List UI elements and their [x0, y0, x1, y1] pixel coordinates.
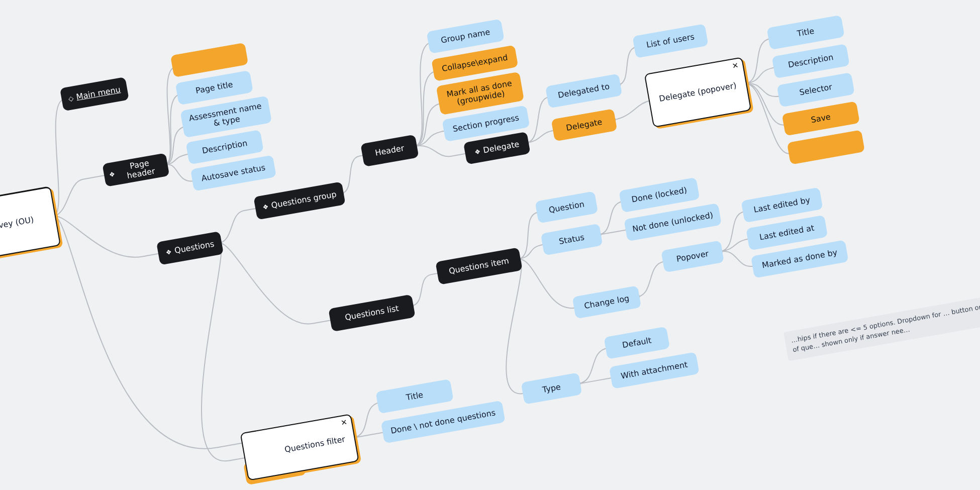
node-label: Default — [622, 336, 652, 350]
node-dp-selector[interactable]: Selector — [777, 72, 855, 107]
diamond-icon: ◇ — [68, 94, 74, 102]
node-label: List of users — [646, 32, 696, 50]
node-label: Section progress — [452, 113, 520, 134]
diamond-grid-icon: ❖ — [474, 148, 481, 155]
node-label: Questions item — [448, 256, 510, 276]
node-label: Page title — [195, 80, 234, 95]
node-label: Popover — [676, 249, 710, 264]
node-page-header[interactable]: ❖ Page header — [102, 153, 169, 187]
node-list-of-users[interactable]: List of users — [632, 24, 708, 58]
node-label: Header — [374, 144, 405, 158]
node-survey-root[interactable]: ❖ Survey (OU) — [0, 186, 61, 263]
node-label: Save — [810, 112, 831, 125]
diamond-grid-icon: ❖ — [109, 170, 116, 178]
node-label: Assessment name & type — [186, 101, 266, 133]
node-label: Not done (unlocked) — [632, 211, 714, 234]
node-dp-title[interactable]: Title — [766, 15, 844, 50]
node-label: Main menu — [75, 85, 121, 102]
node-label: Questions filter — [284, 435, 346, 454]
annotation-text: …hips if there are <= 5 options. Dropdow… — [791, 292, 980, 353]
node-label: Collapse\expand — [441, 53, 509, 73]
node-type-with-attachment[interactable]: With attachment — [609, 352, 700, 389]
node-label: Done (locked) — [631, 185, 688, 204]
diamond-grid-icon: ❖ — [165, 248, 172, 256]
node-label: Delegate — [482, 140, 520, 155]
diagram-stage: ❖ Survey (OU) ◇ Main menu ❖ Page header … — [0, 0, 980, 490]
node-main-menu[interactable]: ◇ Main menu — [60, 77, 129, 111]
node-label: Marked as done by — [761, 248, 838, 270]
node-questions-item[interactable]: Questions item — [435, 247, 522, 284]
node-label: With attachment — [620, 360, 689, 380]
node-dp-description[interactable]: Description — [771, 44, 849, 78]
node-label: Delegate — [565, 117, 603, 133]
node-label: Status — [558, 233, 585, 246]
node-label: Description — [202, 139, 248, 156]
node-label: Autosave status — [201, 163, 266, 183]
node-label: Questions group — [270, 189, 337, 210]
node-dp-save[interactable]: Save — [782, 101, 860, 136]
node-label: Type — [542, 382, 561, 395]
node-label: Questions — [174, 239, 215, 255]
node-qi-popover[interactable]: Popover — [661, 240, 724, 272]
node-delegate-popover[interactable]: ✕ Delegate (popover) — [644, 57, 752, 128]
node-label: Mark all as done (groupwide) — [442, 78, 518, 109]
node-label: Page header — [116, 156, 164, 182]
node-label: Last edited at — [759, 223, 815, 242]
node-type[interactable]: Type — [521, 372, 582, 404]
node-label: Title — [797, 26, 815, 38]
node-label: Change log — [583, 293, 630, 311]
node-questions-group[interactable]: ❖ Questions group — [253, 181, 345, 220]
node-label: Delegate (popover) — [658, 81, 737, 104]
node-qi-question[interactable]: Question — [535, 191, 598, 223]
close-icon[interactable]: ✕ — [732, 62, 739, 70]
node-label: Group name — [440, 28, 491, 45]
node-delegate-action[interactable]: Delegate — [551, 109, 618, 141]
node-qf-title[interactable]: Title — [375, 379, 453, 414]
close-icon[interactable]: ✕ — [340, 419, 348, 427]
node-label: Last edited by — [753, 195, 811, 215]
node-questions[interactable]: ❖ Questions — [156, 231, 224, 265]
node-delegated-to[interactable]: Delegated to — [545, 73, 622, 108]
annotation-note: …hips if there are <= 5 options. Dropdow… — [783, 285, 980, 361]
node-label: Questions list — [344, 304, 400, 322]
node-dp-cancel[interactable] — [787, 130, 865, 164]
node-label: Delegated to — [557, 82, 610, 100]
node-qi-status[interactable]: Status — [541, 224, 603, 256]
node-label: Description — [788, 53, 834, 70]
node-qi-done[interactable]: Done (locked) — [619, 177, 700, 213]
node-questions-filter-popover[interactable]: ✕ Questions filter — [240, 414, 359, 480]
node-label: Selector — [799, 82, 833, 97]
node-label: Survey (OU) — [0, 215, 35, 233]
node-type-default[interactable]: Default — [604, 327, 670, 359]
node-qi-change-log[interactable]: Change log — [572, 285, 641, 319]
node-header[interactable]: Header — [360, 135, 419, 167]
diamond-grid-icon: ❖ — [262, 203, 269, 211]
node-label: Done \ not done questions — [390, 408, 496, 436]
node-label: Title — [406, 390, 424, 403]
node-questions-list[interactable]: Questions list — [328, 295, 415, 332]
node-label: Question — [548, 200, 585, 215]
